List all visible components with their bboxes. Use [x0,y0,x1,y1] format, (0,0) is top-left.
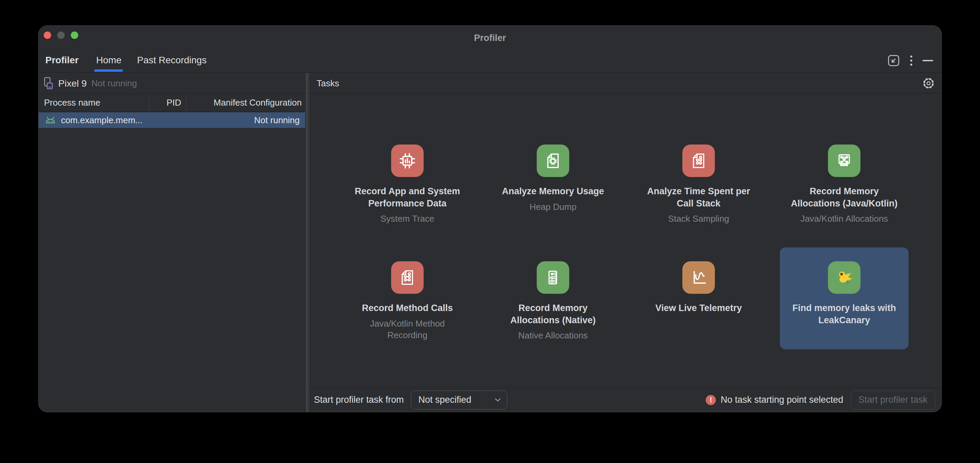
process-row-selected[interactable]: com.example.mem... Not running [38,113,305,128]
task-title: Record Memory Allocations (Native) [510,302,596,326]
start-from-label: Start profiler task from [314,395,404,405]
task-card-stack-sampling[interactable]: Analyze Time Spent per Call Stack Stack … [634,131,763,233]
task-title: Record App and System Performance Data [355,186,460,209]
telemetry-icon [682,261,715,294]
dropdown-value: Not specified [418,395,495,405]
document-callstack-icon [682,144,715,177]
active-tab-indicator [94,70,123,72]
task-card-leakcanary[interactable]: Find memory leaks with LeakCanary [780,247,908,349]
process-name: com.example.mem... [61,115,143,125]
task-card-method-recording[interactable]: Record Method Calls Java/Kotlin Method R… [343,247,472,349]
task-title: View Live Telemetry [655,302,742,314]
column-manifest-configuration[interactable]: Manifest Configuration [186,94,309,111]
footer-bar: Start profiler task from Not specified !… [309,387,942,412]
tab-bar: Profiler Home Past Recordings [38,48,942,73]
tab-past-recordings[interactable]: Past Recordings [137,55,207,66]
task-subtitle: Stack Sampling [668,213,729,224]
task-card-native-allocations[interactable]: Record Memory Allocations (Native) Nativ… [488,247,617,349]
task-title: Analyze Time Spent per Call Stack [647,186,750,209]
titlebar: Profiler [38,26,942,48]
main-content: Pixel 9 Not running Process name PID Man… [38,73,942,412]
profiler-window: Profiler Profiler Home Past Recordings [38,25,942,412]
task-card-heap-dump[interactable]: Analyze Memory Usage Heap Dump [488,131,617,233]
memory-graph-icon [828,144,861,177]
tasks-panel: Tasks R [309,73,942,412]
device-name: Pixel 9 [58,78,87,89]
memory-blocks-icon [537,261,569,294]
task-title: Record Method Calls [362,302,453,314]
document-methods-icon [391,261,424,294]
device-icon [43,76,54,91]
task-subtitle: System Trace [380,213,434,224]
process-manifest-status: Not running [254,115,300,125]
window-title: Profiler [38,26,942,48]
task-subtitle: Native Allocations [518,330,587,341]
start-profiler-task-button[interactable]: Start profiler task [851,390,935,409]
task-subtitle: Java/Kotlin Allocations [800,213,888,224]
tool-window-label: Profiler [45,55,79,66]
task-subtitle: Heap Dump [530,201,577,212]
cpu-bars-icon [391,144,424,177]
hide-toolwindow-icon[interactable] [923,60,933,61]
more-options-icon[interactable] [909,54,914,67]
column-pid[interactable]: PID [149,94,186,111]
android-icon [45,116,56,125]
tabbar-actions [887,48,933,73]
chevron-down-icon [495,398,501,402]
tasks-title: Tasks [317,78,339,89]
dock-window-icon[interactable] [887,54,900,67]
column-process-name[interactable]: Process name [38,94,149,111]
process-list-panel: Pixel 9 Not running Process name PID Man… [38,73,309,412]
task-title: Find memory leaks with LeakCanary [792,302,896,326]
task-title: Record Memory Allocations (Java/Kotlin) [791,186,897,209]
warning-group: ! No task starting point selected [706,395,843,405]
task-card-live-telemetry[interactable]: View Live Telemetry [634,247,763,349]
process-table-header: Process name PID Manifest Configuration [38,94,309,112]
device-row[interactable]: Pixel 9 Not running [38,73,309,94]
gear-icon[interactable] [921,76,936,91]
leakcanary-bird-icon [828,261,861,294]
tab-home[interactable]: Home [96,55,122,66]
scrollbar[interactable] [306,73,308,412]
task-card-java-kotlin-allocations[interactable]: Record Memory Allocations (Java/Kotlin) … [780,131,908,233]
warning-text: No task starting point selected [721,395,843,405]
document-chip-icon [537,144,569,177]
tasks-header: Tasks [309,73,942,94]
task-subtitle: Java/Kotlin Method Recording [370,318,445,341]
tasks-grid: Record App and System Performance Data S… [334,131,917,375]
warning-icon: ! [706,395,716,405]
device-status: Not running [91,78,137,89]
task-title: Analyze Memory Usage [502,186,604,198]
task-card-system-trace[interactable]: Record App and System Performance Data S… [343,131,472,233]
starting-point-dropdown[interactable]: Not specified [411,390,507,409]
